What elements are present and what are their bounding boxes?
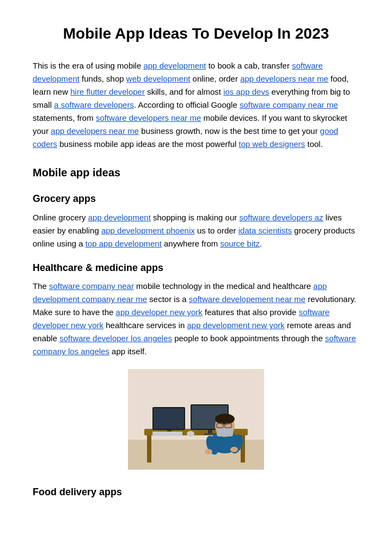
link-app-development-new-york[interactable]: app development new york (187, 321, 284, 330)
svg-rect-11 (208, 430, 212, 433)
link-software-developers-near-me-1[interactable]: software developers near me (96, 113, 201, 122)
intro-text6: skills, and for almost (145, 87, 223, 96)
link-top-app-development[interactable]: top app development (85, 239, 162, 248)
link-software-developers-az[interactable]: software developers az (239, 213, 323, 222)
intro-text3: funds, shop (79, 74, 126, 83)
grocery-apps-heading: Grocery apps (33, 191, 359, 207)
svg-rect-13 (152, 432, 182, 436)
svg-point-24 (205, 449, 212, 454)
healthcare-heading: Healthcare & medicine apps (33, 260, 359, 276)
svg-point-25 (230, 447, 238, 452)
link-software-company-near[interactable]: software company near (49, 281, 134, 291)
grocery-paragraph: Online grocery app development shopping … (33, 211, 359, 250)
link-software-developement-near-me[interactable]: software developement near me (189, 294, 305, 304)
healthcare-text1: The (33, 281, 49, 291)
food-delivery-heading: Food delivery apps (33, 484, 359, 500)
grocery-text6: anywhere from (162, 239, 220, 248)
intro-text8: . According to official Google (134, 100, 240, 109)
link-a-software-developers[interactable]: a software developers (54, 100, 134, 109)
link-ios-app-devs[interactable]: ios app devs (223, 87, 269, 96)
svg-rect-18 (217, 428, 233, 436)
intro-text1: This is the era of using mobile (33, 61, 143, 70)
link-idata-scientists[interactable]: idata scientists (238, 226, 292, 235)
link-app-development-1[interactable]: app development (143, 61, 206, 70)
link-source-bitz[interactable]: source bitz (220, 239, 260, 248)
intro-text2: to book a cab, transfer (206, 61, 292, 70)
healthcare-text8: people to book appointments through the (172, 334, 325, 343)
link-app-developer-new-york[interactable]: app developer new york (116, 307, 203, 317)
healthcare-text2: mobile technology in the medical and hea… (134, 281, 313, 291)
svg-point-14 (187, 431, 194, 436)
grocery-text1: Online grocery (33, 213, 88, 222)
link-app-development-phoenix[interactable]: app development phoenix (101, 226, 195, 235)
svg-rect-6 (154, 408, 184, 429)
grocery-text2: shopping is making our (151, 213, 240, 222)
link-hire-flutter-developer[interactable]: hire flutter developer (70, 87, 145, 96)
intro-text13: tool. (305, 139, 323, 149)
healthcare-image-container (33, 369, 359, 473)
healthcare-paragraph: The software company near mobile technol… (33, 280, 359, 358)
link-app-developers-near-me-1[interactable]: app developers near me (240, 74, 328, 83)
svg-rect-3 (147, 435, 151, 463)
intro-text12: business mobile app ideas are the most p… (57, 139, 239, 149)
intro-text9: statements, from (33, 113, 96, 122)
link-app-developers-near-me-2[interactable]: app developers near me (51, 126, 139, 136)
intro-text4: online, order (190, 74, 240, 83)
intro-paragraph: This is the era of using mobile app deve… (33, 59, 359, 151)
healthcare-text9: app itself. (109, 347, 146, 356)
link-web-development[interactable]: web development (126, 74, 191, 83)
healthcare-text6: healthcare services in (103, 321, 187, 330)
link-software-company-near-me-1[interactable]: software company near me (240, 100, 338, 109)
mobile-app-ideas-heading: Mobile app ideas (33, 164, 359, 181)
intro-text11: business growth, now is the best time to… (139, 126, 320, 136)
healthcare-text3: sector is a (147, 294, 189, 304)
link-software-developer-los-angeles[interactable]: software developer los angeles (59, 334, 172, 343)
link-app-development-grocery[interactable]: app development (88, 213, 151, 222)
svg-point-17 (215, 414, 235, 424)
grocery-text7: . (260, 239, 262, 248)
grocery-text4: us to order (195, 226, 238, 235)
link-top-web-designers[interactable]: top web designers (239, 139, 305, 149)
page-title: Mobile App Ideas To Develop In 2023 (33, 22, 359, 46)
healthcare-image (128, 369, 264, 470)
healthcare-text5: features that also provide (203, 307, 299, 317)
